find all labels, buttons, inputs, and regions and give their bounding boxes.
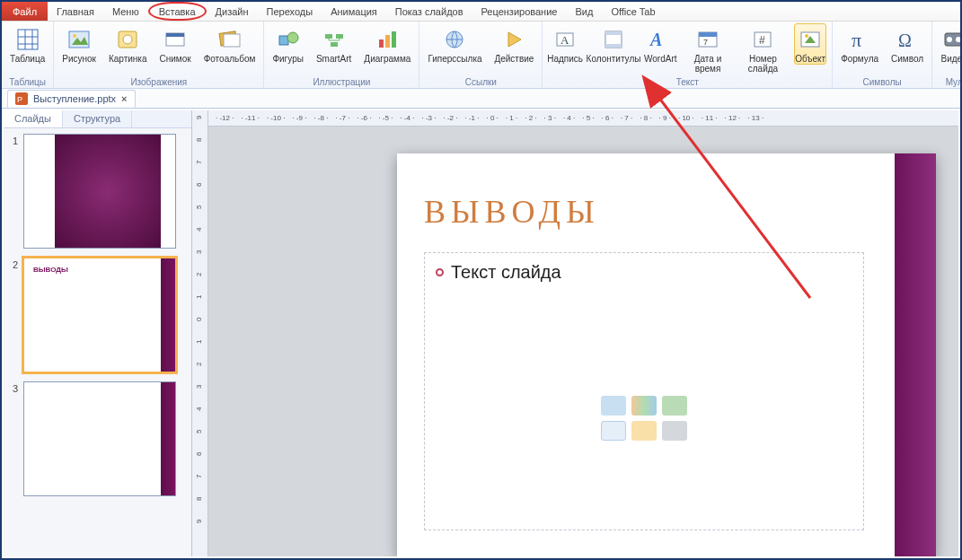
editor-area: · -12 ·· -11 ·· -10 ·· -9 ·· -8 ·· -7 ··… (208, 110, 958, 556)
slide-canvas[interactable]: ВЫВОДЫ Текст слайда (208, 127, 958, 556)
video-label: Видео (940, 54, 962, 64)
group-media-label: Мультимедиа (938, 77, 962, 88)
svg-rect-16 (325, 34, 332, 39)
placeholder-icons[interactable] (601, 396, 687, 441)
photoalbum-label: Фотоальбом (204, 54, 256, 64)
svg-text:Ω: Ω (898, 31, 912, 50)
svg-rect-31 (699, 32, 717, 37)
document-tab[interactable]: P Выступление.pptx × (7, 90, 136, 108)
insert-chart-icon[interactable] (631, 396, 657, 416)
smartart-label: SmartArt (316, 54, 351, 64)
slidenumber-button[interactable]: #Номер слайда (739, 23, 787, 74)
document-tab-bar: P Выступление.pptx × (2, 89, 960, 109)
pptx-icon: P (15, 92, 28, 105)
insert-clipart-icon[interactable] (631, 421, 657, 441)
chart-button[interactable]: Диаграмма (361, 23, 413, 65)
smartart-button[interactable]: SmartArt (313, 23, 354, 65)
svg-rect-17 (336, 34, 343, 39)
clipart-button[interactable]: Картинка (106, 23, 150, 65)
thumb-row[interactable]: 3 (7, 381, 186, 496)
smartart-icon (321, 26, 348, 53)
tab-view[interactable]: Вид (566, 2, 602, 21)
pane-tab-slides[interactable]: Слайды (4, 110, 63, 127)
textbox-button[interactable]: AНадпись (548, 23, 582, 65)
slide-thumbnails[interactable]: 1 2 ВЫВОДЫ 3 (4, 128, 191, 511)
pane-tab-outline[interactable]: Структура (63, 110, 132, 127)
slide-thumb-1[interactable] (23, 134, 176, 249)
picture-button[interactable]: Рисунок (59, 23, 99, 65)
insert-media-icon[interactable] (662, 421, 687, 441)
menu-tabs: Файл Главная Меню Вставка Дизайн Переход… (2, 2, 960, 22)
tab-transitions[interactable]: Переходы (258, 2, 322, 21)
screenshot-icon (162, 26, 189, 53)
document-tab-name: Выступление.pptx (33, 93, 116, 104)
tab-insert[interactable]: Вставка (148, 2, 207, 21)
shapes-button[interactable]: Фигуры (269, 23, 305, 65)
equation-label: Формула (841, 54, 878, 64)
group-links: Гиперссылка Действие Ссылки (419, 22, 543, 88)
svg-point-15 (287, 32, 298, 43)
thumb-row[interactable]: 2 ВЫВОДЫ (7, 258, 186, 372)
insert-picture-icon[interactable] (601, 421, 626, 441)
group-illustrations: Фигуры SmartArt Диаграмма Иллюстрации (264, 22, 419, 88)
tab-file[interactable]: Файл (2, 2, 48, 21)
slide-thumb-2[interactable]: ВЫВОДЫ (23, 258, 176, 372)
content-placeholder[interactable]: Текст слайда (424, 252, 864, 530)
svg-point-9 (123, 35, 132, 44)
tab-design[interactable]: Дизайн (207, 2, 258, 21)
wordart-icon: A (647, 26, 674, 53)
group-tables-label: Таблицы (7, 77, 48, 88)
slide[interactable]: ВЫВОДЫ Текст слайда (397, 153, 936, 556)
insert-smartart-icon[interactable] (662, 396, 687, 416)
thumb-mini-title: ВЫВОДЫ (33, 266, 68, 274)
group-symbols: πФормула ΩСимвол Символы (833, 22, 932, 88)
tab-officetab[interactable]: Office Tab (602, 2, 664, 21)
action-button[interactable]: Действие (491, 23, 536, 65)
group-illustrations-label: Иллюстрации (269, 77, 413, 88)
wordart-button[interactable]: AWordArt (644, 23, 676, 65)
datetime-button[interactable]: 7Дата и время (684, 23, 731, 74)
slide-title[interactable]: ВЫВОДЫ (424, 193, 600, 231)
symbol-button[interactable]: ΩСимвол (888, 23, 926, 65)
object-icon (797, 26, 824, 53)
group-images: Рисунок Картинка Снимок Фотоальбом Изобр… (54, 22, 264, 88)
video-icon (940, 26, 962, 53)
svg-point-42 (956, 37, 961, 42)
table-button[interactable]: Таблица (7, 23, 48, 65)
tab-menu[interactable]: Меню (103, 2, 148, 21)
group-tables: Таблица Таблицы (2, 22, 54, 88)
bullet-text: Текст слайда (451, 262, 561, 283)
group-images-label: Изображения (59, 77, 258, 88)
svg-text:P: P (17, 95, 22, 104)
tab-slideshow[interactable]: Показ слайдов (386, 2, 472, 21)
bullet-icon (436, 268, 444, 276)
hyperlink-button[interactable]: Гиперссылка (425, 23, 484, 65)
svg-rect-0 (18, 30, 38, 49)
insert-table-icon[interactable] (601, 396, 626, 416)
document-tab-close[interactable]: × (121, 93, 127, 104)
tab-home[interactable]: Главная (48, 2, 103, 21)
bullet-line[interactable]: Текст слайда (425, 253, 863, 292)
equation-button[interactable]: πФормула (838, 23, 881, 65)
thumb-row[interactable]: 1 (7, 134, 186, 249)
headerfooter-label: Колонтитулы (587, 54, 640, 64)
datetime-icon: 7 (694, 26, 721, 53)
photoalbum-button[interactable]: Фотоальбом (201, 23, 259, 65)
screenshot-button[interactable]: Снимок (157, 23, 194, 65)
thumb-number: 1 (7, 134, 18, 249)
hyperlink-label: Гиперссылка (428, 54, 481, 64)
video-button[interactable]: Видео (938, 23, 962, 65)
slide-thumb-3[interactable] (23, 381, 176, 496)
wordart-label: WordArt (644, 54, 677, 64)
tab-animation[interactable]: Анимация (322, 2, 386, 21)
svg-rect-27 (605, 31, 622, 35)
datetime-label: Дата и время (686, 54, 728, 74)
headerfooter-button[interactable]: Колонтитулы (589, 23, 637, 65)
tab-review[interactable]: Рецензирование (472, 2, 567, 21)
slidenumber-icon: # (749, 26, 776, 53)
object-button[interactable]: Объект (794, 23, 826, 65)
group-symbols-label: Символы (838, 77, 926, 88)
svg-rect-28 (605, 44, 622, 48)
svg-point-37 (805, 34, 808, 38)
svg-rect-5 (69, 31, 89, 48)
